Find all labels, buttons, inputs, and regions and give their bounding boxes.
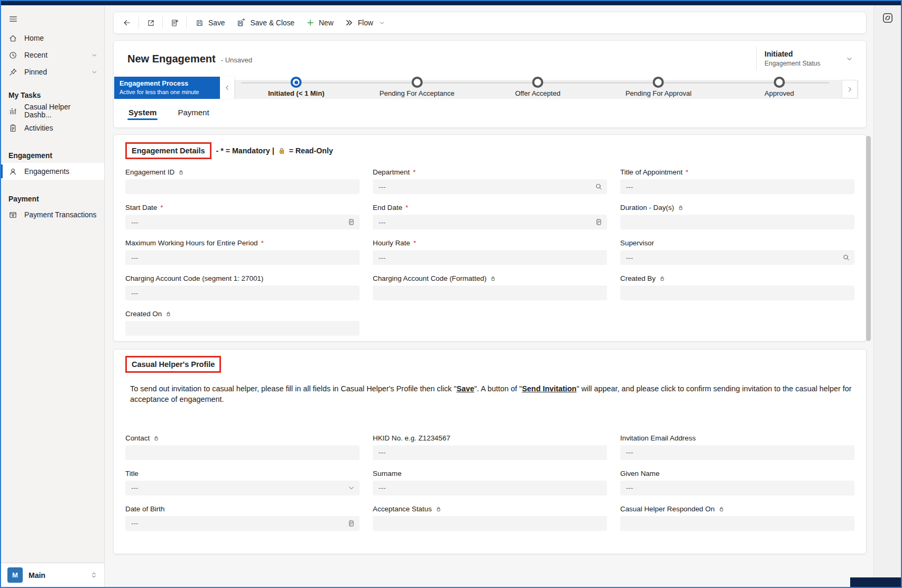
sidebar: HomeRecentPinned My TasksCasual Helper D… [1,5,105,587]
sidebar-item-casual-helper-dashb[interactable]: Casual Helper Dashb... [1,103,104,120]
field-label: Start Date* [125,203,360,212]
input-charging-account-code-formatted [373,286,607,300]
input-department[interactable]: --- [373,179,607,194]
input-end-date[interactable]: --- [373,215,607,229]
field-label-text: Acceptance Status [373,505,432,513]
field-label-text: Date of Birth [125,505,164,513]
back-button[interactable] [118,15,136,31]
input-placeholder: --- [131,289,138,297]
save-button[interactable]: Save [189,15,231,31]
read-only-lock-icon [718,506,725,512]
process-stage-offer-accepted[interactable]: Offer Accepted [477,70,598,100]
input-title-of-appointment[interactable]: --- [620,179,854,194]
field-label-text: Start Date [125,204,157,212]
pin-icon [8,68,17,77]
field-label: Acceptance Status [373,504,607,513]
process-stage-approved[interactable]: Approved [719,70,840,100]
input-start-date[interactable]: --- [125,215,360,229]
input-supervisor[interactable]: --- [620,250,854,265]
area-switcher[interactable]: M Main [1,563,104,587]
annotation-box-engagement-details: Engagement Details [125,142,211,159]
input-placeholder: --- [131,519,138,527]
area-avatar: M [7,567,23,583]
field-label: Engagement ID [125,168,360,177]
home-icon [8,34,17,43]
process-stage-pending-for-acceptance[interactable]: Pending For Acceptance [356,70,477,100]
field-label: Date of Birth [125,504,360,513]
hamburger-icon [8,14,18,24]
process-stage-initiated-1-min[interactable]: Initiated (< 1 Min) [236,70,356,100]
sidebar-nav: HomeRecentPinned My TasksCasual Helper D… [1,5,104,563]
process-active-duration: Active for less than one minute [119,88,215,97]
form-switch-button[interactable] [165,15,183,31]
calendar-icon[interactable] [347,218,355,226]
read-only-lock-icon [153,435,160,442]
input-given-name[interactable]: --- [620,481,854,495]
input-contact [125,445,360,460]
divider [186,17,187,29]
field-given-name: Given Name--- [620,469,854,495]
sidebar-item-recent[interactable]: Recent [1,47,104,63]
field-label: Charging Account Code (Formatted) [373,274,607,283]
calendar-icon[interactable] [595,218,603,226]
tab-system[interactable]: System [127,108,158,123]
copilot-button[interactable] [879,10,897,26]
input-invitation-email-address[interactable]: --- [620,445,854,460]
business-process-flow: Engagement Process Active for less than … [114,70,861,100]
new-button[interactable]: New [300,15,339,31]
input-charging-account-code-segment-1-27001[interactable]: --- [125,286,360,300]
input-hkid-no-e-g-z1234567[interactable]: --- [373,445,607,460]
field-label-text: Maximum Working Hours for Entire Period [125,239,258,247]
save-and-close-button[interactable]: Save & Close [231,15,300,31]
popout-button[interactable] [142,15,160,31]
input-placeholder: --- [131,218,138,226]
area-label: Main [29,571,45,580]
field-end-date: End Date*--- [373,203,607,229]
field-duration-day-s: Duration - Day(s) [620,203,854,229]
note-emphasis: Save [456,384,474,393]
input-hourly-rate[interactable]: --- [373,250,607,265]
field-department: Department*--- [373,168,607,194]
sidebar-item-activities[interactable]: Activities [1,120,104,136]
field-engagement-id: Engagement ID [125,168,360,194]
status-label: Engagement Status [765,59,820,68]
flow-button[interactable]: Flow [339,15,391,31]
input-title[interactable]: --- [125,481,360,495]
status-field-engagement-status[interactable]: Initiated Engagement Status [756,47,853,71]
input-created-on [125,321,360,336]
input-surname[interactable]: --- [373,481,607,495]
field-created-on: Created On [125,309,360,336]
hamburger-menu-button[interactable] [4,12,22,26]
annotation-box-casual-helpers-profile: Casual Helper's Profile [125,356,221,373]
process-prev-button[interactable] [220,77,234,99]
record-title-row: New Engagement - Unsaved Initiated Engag… [114,41,866,70]
required-asterisk: * [160,204,163,212]
required-asterisk: * [413,168,416,176]
sidebar-item-engagements[interactable]: Engagements [1,163,104,180]
note-emphasis: Send Invitation [522,384,576,393]
chevron-down-icon [91,52,98,59]
input-date-of-birth[interactable]: --- [125,516,360,531]
sidebar-item-home[interactable]: Home [1,30,104,47]
search-icon[interactable] [595,183,603,191]
engagements-icon [8,167,17,176]
stage-label: Offer Accepted [477,89,598,97]
vertical-scrollbar[interactable] [866,136,871,341]
input-placeholder: --- [626,448,633,456]
search-icon[interactable] [842,254,850,262]
tab-payment[interactable]: Payment [177,108,210,123]
dropdown-chevron-icon[interactable] [347,484,355,492]
calendar-icon[interactable] [347,519,355,527]
process-next-button[interactable] [842,80,858,98]
field-label-text: Created On [125,310,162,318]
input-duration-day-s [620,215,854,229]
sidebar-item-payment-transactions[interactable]: Payment Transactions [1,206,104,223]
new-plus-icon [306,19,315,27]
sidebar-item-pinned[interactable]: Pinned [1,63,104,80]
legend-readonly: = Read-Only [289,146,333,155]
field-label-text: Created By [620,274,656,282]
input-acceptance-status [373,516,607,531]
input-maximum-working-hours-for-entire-period[interactable]: --- [125,250,360,265]
process-stage-pending-for-approval[interactable]: Pending For Approval [598,70,719,100]
section-engagement-details: Engagement Details - * = Mandatory | = R… [113,134,867,342]
